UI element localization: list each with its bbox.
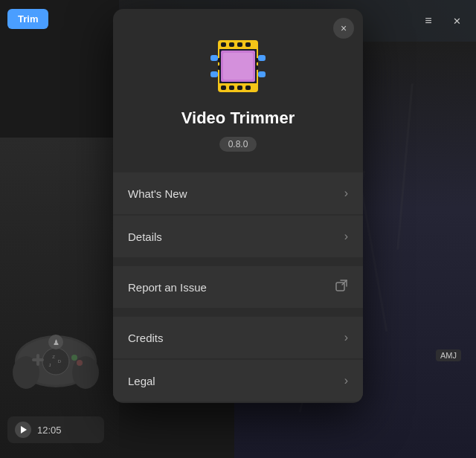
app-title: Video Trimmer — [181, 109, 295, 128]
details-chevron-icon: › — [344, 230, 348, 243]
legal-label: Legal — [128, 375, 155, 387]
svg-rect-29 — [258, 71, 266, 77]
report-issue-item[interactable]: Report an Issue — [113, 266, 363, 308]
credits-item[interactable]: Credits › — [113, 317, 363, 358]
svg-rect-28 — [258, 55, 266, 61]
whats-new-item[interactable]: What's New › — [113, 172, 363, 214]
about-modal: × — [113, 9, 363, 403]
svg-rect-19 — [221, 86, 226, 90]
svg-rect-25 — [223, 53, 253, 80]
section-divider-1 — [113, 259, 363, 265]
whats-new-label: What's New — [128, 187, 187, 200]
svg-rect-20 — [229, 86, 234, 90]
credits-chevron-icon: › — [344, 331, 348, 344]
svg-rect-31 — [218, 65, 221, 70]
svg-rect-16 — [229, 42, 234, 47]
svg-rect-18 — [245, 42, 251, 47]
svg-rect-27 — [210, 71, 218, 77]
svg-rect-26 — [210, 55, 218, 61]
modal-menu-list: What's New › Details › Report an Issue C… — [113, 172, 363, 401]
modal-close-icon: × — [341, 22, 347, 34]
svg-rect-32 — [255, 58, 258, 62]
details-item[interactable]: Details › — [113, 216, 363, 257]
svg-rect-33 — [255, 65, 258, 70]
app-icon — [205, 33, 271, 100]
modal-header: Video Trimmer 0.8.0 — [113, 9, 363, 167]
svg-rect-17 — [237, 42, 242, 47]
version-badge: 0.8.0 — [219, 137, 257, 152]
svg-rect-21 — [237, 86, 242, 90]
details-label: Details — [128, 230, 162, 243]
legal-item[interactable]: Legal › — [113, 360, 363, 401]
modal-close-button[interactable]: × — [333, 18, 354, 39]
svg-rect-22 — [245, 86, 251, 90]
modal-overlay: × — [0, 0, 476, 458]
report-issue-label: Report an Issue — [128, 281, 207, 294]
whats-new-chevron-icon: › — [344, 187, 348, 200]
svg-rect-30 — [218, 58, 221, 62]
svg-rect-15 — [221, 42, 226, 47]
report-issue-external-icon — [335, 279, 348, 296]
legal-chevron-icon: › — [344, 374, 348, 387]
credits-label: Credits — [128, 332, 164, 344]
section-divider-2 — [113, 309, 363, 315]
